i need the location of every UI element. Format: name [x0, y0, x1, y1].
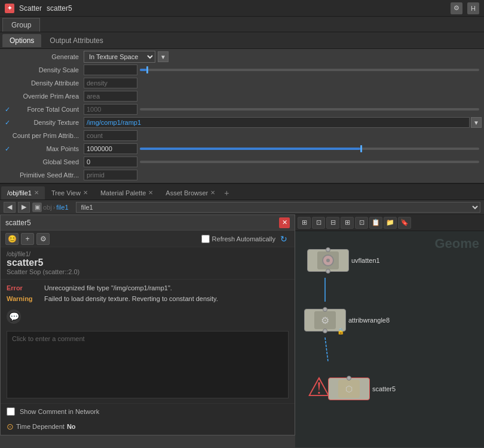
force-total-slider[interactable] — [140, 108, 479, 111]
tab-output-attributes[interactable]: Output Attributes — [42, 34, 110, 47]
nav-forward-btn[interactable]: ▶ — [18, 202, 30, 213]
param-prim-seed: Primitive Seed Attr... — [0, 168, 484, 182]
count-per-prim-label: Count per Prim Attrib... — [12, 132, 84, 139]
tab-obj-file1-close[interactable]: ✕ — [34, 189, 39, 196]
density-scale-fill — [140, 69, 146, 71]
tab-asset-browser[interactable]: Asset Browser ✕ — [160, 186, 221, 200]
force-total-checkbox[interactable]: ✓ — [2, 105, 12, 114]
param-global-seed: Global Seed — [0, 155, 484, 168]
sp-path: /obj/file1/ — [7, 251, 289, 257]
node-uvflatten1[interactable]: uvflatten1 — [307, 249, 380, 272]
help-button[interactable]: H — [467, 2, 479, 14]
prim-seed-checkbox[interactable] — [2, 170, 12, 180]
breadcrumb-chevron: › — [53, 204, 56, 211]
density-scale-input[interactable]: 10 — [84, 65, 137, 75]
max-points-slider[interactable] — [140, 148, 479, 150]
add-tab-btn[interactable]: + — [222, 188, 231, 198]
node-attribwrangle8-body[interactable]: ⚙ 🔒 — [304, 309, 346, 332]
node-graph: ⊞ ⊡ ⊟ ⊞ ⊡ 📋 📁 🔖 Geome — [295, 214, 484, 447]
max-points-fill — [140, 148, 360, 150]
sp-comment-field[interactable]: Click to enter a comment — [7, 331, 289, 398]
node-uvflatten1-port-bottom[interactable] — [326, 269, 330, 274]
global-seed-checkbox[interactable] — [2, 157, 12, 167]
global-seed-slider[interactable] — [140, 161, 479, 163]
node-uvflatten1-icon — [317, 251, 339, 269]
prim-seed-input[interactable] — [84, 170, 137, 180]
ng-btn-2[interactable]: ⊡ — [312, 217, 325, 229]
node-attribwrangle8-port-bottom[interactable] — [323, 329, 327, 333]
density-texture-input[interactable] — [84, 117, 470, 128]
global-seed-input[interactable] — [84, 157, 137, 167]
geome-label: Geome — [434, 236, 479, 251]
density-scale-label: Density Scale — [12, 66, 84, 73]
tab-obj-file1[interactable]: /obj/file1 ✕ — [1, 186, 45, 200]
tab-tree-view[interactable]: Tree View ✕ — [45, 186, 94, 200]
breadcrumb-path: ▣ obj › file1 — [32, 202, 69, 212]
sp-refresh-checkbox[interactable] — [201, 235, 210, 243]
tab-material-palette-close[interactable]: ✕ — [148, 189, 153, 196]
ng-btn-6[interactable]: 📋 — [369, 217, 382, 229]
tab-tree-view-close[interactable]: ✕ — [83, 189, 88, 196]
sp-refresh-btn[interactable]: ↻ — [278, 233, 290, 245]
generate-select[interactable]: In Texture Space — [84, 51, 155, 63]
tab-material-palette[interactable]: Material Palette ✕ — [94, 186, 159, 200]
override-prim-input[interactable] — [84, 91, 137, 102]
tab-options[interactable]: Options — [2, 34, 41, 47]
node-uvflatten1-label: uvflatten1 — [351, 257, 380, 264]
max-points-checkbox[interactable]: ✓ — [2, 144, 12, 154]
nav-back-btn[interactable]: ◀ — [4, 202, 16, 213]
force-total-input[interactable] — [84, 104, 137, 115]
density-texture-menu-btn[interactable]: ▼ — [471, 117, 482, 128]
sp-error-text: Unrecognized file type "/img/comp1/ramp1… — [44, 284, 172, 291]
sp-error-label: Error — [7, 284, 39, 291]
density-attribute-checkbox[interactable] — [2, 78, 12, 88]
prim-seed-label: Primitive Seed Attr... — [12, 171, 84, 179]
density-scale-checkbox[interactable] — [2, 65, 12, 75]
settings-button[interactable]: ⚙ — [451, 2, 462, 14]
ng-btn-3[interactable]: ⊟ — [326, 217, 339, 229]
node-scatter5[interactable]: ⬡ scatter5 — [328, 378, 396, 400]
generate-dropdown-arrow[interactable]: ▼ — [158, 51, 169, 62]
max-points-handle[interactable] — [360, 145, 362, 152]
svg-line-1 — [325, 337, 328, 361]
count-per-prim-checkbox[interactable] — [2, 131, 12, 140]
sp-time-icon: ⊙ — [7, 422, 14, 431]
node-attribwrangle8-port-top[interactable] — [323, 307, 327, 312]
param-max-points: ✓ Max Points — [0, 142, 484, 155]
tab-scatter[interactable]: Scatter — [19, 4, 42, 13]
max-points-input[interactable] — [84, 143, 137, 154]
sp-warning-label: Warning — [7, 295, 39, 302]
node-uvflatten1-port-top[interactable] — [326, 247, 330, 252]
breadcrumb-dropdown[interactable]: file1 — [76, 202, 480, 213]
tab-scatter5[interactable]: scatter5 — [47, 4, 72, 13]
sp-show-comment-checkbox[interactable] — [7, 407, 15, 416]
density-scale-slider[interactable] — [140, 69, 479, 71]
node-scatter5-label: scatter5 — [372, 385, 396, 392]
node-scatter5-body[interactable]: ⬡ — [328, 378, 370, 400]
density-scale-handle[interactable] — [146, 66, 148, 73]
scatter-panel-close-btn[interactable]: ✕ — [279, 217, 290, 228]
node-uvflatten1-body[interactable] — [307, 249, 349, 272]
ng-btn-1[interactable]: ⊞ — [298, 217, 311, 229]
node-scatter5-port-top[interactable] — [347, 376, 351, 381]
scatter-panel-info: /obj/file1/ scatter5 Scatter Sop (scatte… — [1, 247, 295, 280]
sp-add-btn[interactable]: + — [21, 233, 34, 245]
ng-btn-8[interactable]: 🔖 — [398, 217, 411, 229]
density-texture-checkbox[interactable]: ✓ — [2, 118, 12, 127]
override-prim-checkbox[interactable] — [2, 91, 12, 101]
sp-time-value: No — [67, 423, 76, 430]
ng-btn-4[interactable]: ⊞ — [341, 217, 354, 229]
node-attribwrangle8[interactable]: ⚙ 🔒 attribwrangle8 — [304, 309, 390, 332]
ng-btn-5[interactable]: ⊡ — [355, 217, 368, 229]
main-content: scatter5 ✕ 😊 + ⚙ Refresh Automatically ↻… — [0, 214, 484, 447]
sp-show-comment-label: Show Comment in Network — [20, 408, 99, 415]
density-attribute-input[interactable] — [84, 78, 137, 88]
ng-btn-7[interactable]: 📁 — [384, 217, 397, 229]
sp-smiley-btn[interactable]: 😊 — [5, 233, 19, 245]
count-per-prim-input[interactable] — [84, 130, 137, 141]
sp-settings-btn[interactable]: ⚙ — [36, 233, 50, 245]
breadcrumb-icon[interactable]: ▣ — [32, 202, 42, 212]
tab-asset-browser-close[interactable]: ✕ — [210, 189, 215, 196]
breadcrumb-file1[interactable]: file1 — [56, 204, 68, 211]
group-tab[interactable]: Group — [2, 18, 40, 32]
